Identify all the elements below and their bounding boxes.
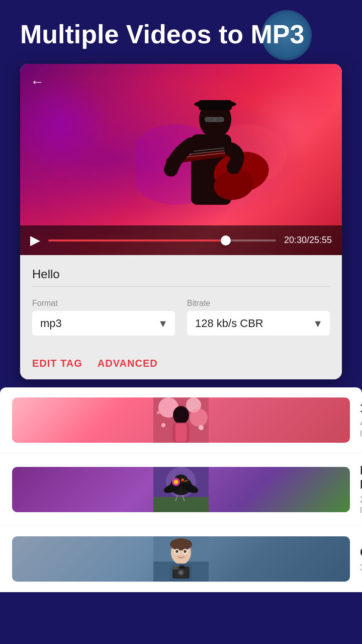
- app-header: Multiple Videos to MP3: [0, 0, 362, 59]
- file-meta-castel: 3.9 MB | 04:53: [360, 562, 362, 573]
- list-item: Castel.MP4 3.9 MB | 04:53: [0, 526, 362, 592]
- svg-point-32: [183, 479, 184, 480]
- svg-rect-27: [153, 497, 209, 512]
- file-info-happyday: Happy Day.MP4 2.5 MB | 03:29: [360, 463, 362, 516]
- play-button[interactable]: ▶: [30, 232, 40, 248]
- progress-track[interactable]: [48, 239, 276, 242]
- svg-point-22: [161, 423, 165, 427]
- thumbnail-castel: [12, 536, 350, 582]
- svg-point-36: [174, 480, 178, 484]
- progress-bar-container: ▶ 20:30/25:55: [20, 225, 342, 255]
- bitrate-group: Bitrate 64 kb/s CBR 128 kb/s CBR 192 kb/…: [187, 299, 330, 336]
- edit-tag-button[interactable]: EDIT TAG: [32, 358, 82, 369]
- progress-thumb: [221, 235, 231, 246]
- format-bitrate-row: Format mp3 aac ogg flac wav ▼ Bitrate: [32, 299, 330, 336]
- time-display: 20:30/25:55: [284, 235, 332, 246]
- bitrate-select[interactable]: 64 kb/s CBR 128 kb/s CBR 192 kb/s CBR 25…: [187, 311, 330, 336]
- format-label: Format: [32, 299, 175, 308]
- file-title-castel: Castel.MP4: [360, 545, 362, 559]
- main-card: ← ▶ 20:30/25:55 Format mp3 aac: [20, 64, 342, 379]
- advanced-button[interactable]: ADVANCED: [98, 358, 158, 369]
- back-button[interactable]: ←: [30, 74, 44, 90]
- controls-panel: Format mp3 aac ogg flac wav ▼ Bitrate: [20, 255, 342, 379]
- file-title-happyday: Happy Day.MP4: [360, 463, 362, 492]
- thumbnail-happyday: [12, 467, 350, 512]
- file-info-castel: Castel.MP4 3.9 MB | 04:53: [360, 545, 362, 573]
- bitrate-label: Bitrate: [187, 299, 330, 308]
- svg-point-53: [184, 550, 187, 553]
- svg-point-24: [157, 411, 160, 414]
- file-title-1989: 1989.MP4: [360, 401, 362, 415]
- file-name-input[interactable]: [32, 267, 330, 287]
- thumbnail-1989: [12, 397, 350, 443]
- video-player: ← ▶ 20:30/25:55: [20, 64, 342, 255]
- file-info-1989: 1989.MP4 4.5 MB | 05:32: [360, 401, 362, 439]
- app-title: Multiple Videos to MP3: [20, 20, 342, 49]
- svg-point-51: [175, 550, 178, 553]
- format-group: Format mp3 aac ogg flac wav ▼: [32, 299, 175, 336]
- action-buttons-row: EDIT TAG ADVANCED: [32, 348, 330, 379]
- svg-rect-5: [199, 100, 232, 110]
- svg-rect-48: [179, 566, 185, 569]
- file-meta-happyday: 2.5 MB | 03:29: [360, 495, 362, 516]
- file-meta-1989: 4.5 MB | 05:32: [360, 418, 362, 439]
- svg-rect-21: [175, 424, 187, 442]
- format-dropdown-wrapper: mp3 aac ogg flac wav ▼: [32, 311, 175, 336]
- svg-point-23: [199, 425, 204, 430]
- svg-point-18: [190, 409, 208, 427]
- svg-point-19: [173, 406, 189, 424]
- list-item: 1989.MP4 4.5 MB | 05:32: [0, 387, 362, 453]
- progress-fill: [48, 239, 226, 242]
- list-item: Happy Day.MP4 2.5 MB | 03:29: [0, 453, 362, 526]
- guitarist-figure: [136, 74, 287, 230]
- format-select[interactable]: mp3 aac ogg flac wav: [32, 311, 175, 336]
- svg-point-42: [170, 538, 192, 550]
- file-list: 1989.MP4 4.5 MB | 05:32: [0, 387, 362, 592]
- bitrate-dropdown-wrapper: 64 kb/s CBR 128 kb/s CBR 192 kb/s CBR 25…: [187, 311, 330, 336]
- svg-rect-49: [172, 567, 178, 570]
- svg-point-47: [180, 572, 182, 574]
